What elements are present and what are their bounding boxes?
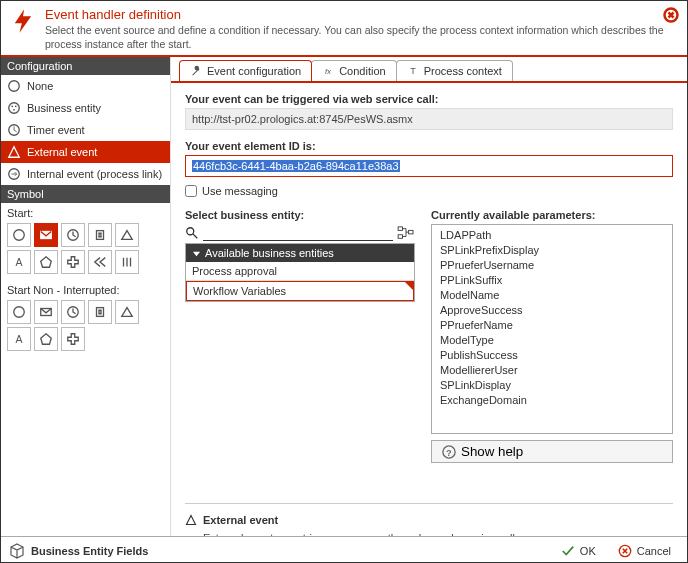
symbol-text-a[interactable]: A [7, 250, 31, 274]
param-item[interactable]: ExchangeDomain [432, 392, 672, 407]
webservice-label: Your event can be triggered via web serv… [185, 93, 673, 105]
use-messaging-checkbox[interactable] [185, 185, 197, 197]
entity-search-input[interactable] [203, 224, 393, 241]
text-icon: T [407, 65, 419, 77]
symbol-document[interactable] [88, 300, 112, 324]
help-title: External event [185, 514, 673, 526]
symbol-rewind[interactable] [88, 250, 112, 274]
help-text: External events can trigger a process th… [185, 532, 673, 536]
param-item[interactable]: PublishSuccess [432, 347, 672, 362]
event-bolt-icon [9, 7, 37, 35]
start-symbol-grid: A [1, 221, 170, 280]
start-label: Start: [1, 203, 170, 221]
param-item[interactable]: ModelliererUser [432, 362, 672, 377]
dialog-description: Select the event source and define a con… [45, 24, 679, 51]
tab-condition[interactable]: fx Condition [311, 60, 396, 81]
symbol-clock[interactable] [61, 223, 85, 247]
param-item[interactable]: SPLinkDisplay [432, 377, 672, 392]
footer-entity-fields[interactable]: Business Entity Fields [31, 545, 148, 557]
svg-rect-21 [398, 227, 402, 231]
svg-text:T: T [410, 66, 416, 76]
parameters-list[interactable]: LDAPPath SPLinkPrefixDisplay PPrueferUse… [431, 224, 673, 434]
symbol-triangle[interactable] [115, 300, 139, 324]
svg-point-5 [13, 109, 15, 111]
svg-text:A: A [15, 333, 22, 345]
config-none[interactable]: None [1, 75, 170, 97]
svg-rect-22 [398, 235, 402, 239]
cancel-icon [618, 544, 632, 558]
tab-label: Process context [424, 65, 502, 77]
symbol-text-a[interactable]: A [7, 327, 31, 351]
configuration-header: Configuration [1, 57, 170, 75]
symbol-circle[interactable] [7, 223, 31, 247]
select-entity-label: Select business entity: [185, 209, 415, 221]
symbol-bars[interactable] [115, 250, 139, 274]
tab-process-context[interactable]: T Process context [396, 60, 513, 81]
param-item[interactable]: LDAPPath [432, 227, 672, 242]
svg-point-4 [15, 106, 17, 108]
close-button[interactable] [663, 7, 679, 23]
config-label: Business entity [27, 102, 101, 114]
noninterrupted-symbol-grid: A [1, 298, 170, 357]
config-external-event[interactable]: External event [1, 141, 170, 163]
entity-item-workflow-variables[interactable]: Workflow Variables [186, 281, 414, 301]
symbol-header: Symbol [1, 185, 170, 203]
config-label: None [27, 80, 53, 92]
param-item[interactable]: PPrueferUsername [432, 257, 672, 272]
param-item[interactable]: SPLinkPrefixDisplay [432, 242, 672, 257]
svg-point-3 [11, 106, 13, 108]
symbol-pentagon[interactable] [34, 250, 58, 274]
wrench-icon [190, 65, 202, 77]
ok-button[interactable]: OK [553, 541, 604, 561]
svg-text:A: A [15, 256, 22, 268]
params-label: Currently available parameters: [431, 209, 673, 221]
svg-text:fx: fx [325, 67, 331, 76]
symbol-document[interactable] [88, 223, 112, 247]
element-id-label: Your event element ID is: [185, 140, 673, 152]
dialog-title: Event handler definition [45, 7, 679, 22]
svg-point-8 [14, 230, 25, 241]
config-timer-event[interactable]: Timer event [1, 119, 170, 141]
fx-icon: fx [322, 65, 334, 77]
svg-text:?: ? [446, 447, 451, 457]
entity-item-process-approval[interactable]: Process approval [186, 262, 414, 281]
entity-tree-icon[interactable] [397, 226, 415, 240]
svg-point-2 [9, 103, 20, 114]
svg-point-1 [9, 81, 20, 92]
element-id-field[interactable]: 446fcb3c-6441-4baa-b2a6-894ca11e38a3 [185, 155, 673, 177]
symbol-plus[interactable] [61, 250, 85, 274]
tab-label: Event configuration [207, 65, 301, 77]
webservice-url-field[interactable]: http://tst-pr02.prologics.at:8745/PesWS.… [185, 108, 673, 130]
config-internal-event[interactable]: Internal event (process link) [1, 163, 170, 185]
param-item[interactable]: PPLinkSuffix [432, 272, 672, 287]
use-messaging-label: Use messaging [202, 185, 278, 197]
svg-point-13 [14, 307, 25, 318]
param-item[interactable]: ModelType [432, 332, 672, 347]
symbol-triangle[interactable] [115, 223, 139, 247]
symbol-plus[interactable] [61, 327, 85, 351]
symbol-envelope[interactable] [34, 300, 58, 324]
svg-rect-23 [409, 230, 413, 234]
config-business-entity[interactable]: Business entity [1, 97, 170, 119]
cube-icon [9, 543, 25, 559]
entities-header[interactable]: Available business entities [186, 244, 414, 262]
param-item[interactable]: PPrueferName [432, 317, 672, 332]
start-noninterrupted-label: Start Non - Interrupted: [1, 280, 170, 298]
help-icon: ? [442, 445, 456, 459]
show-help-button[interactable]: ? Show help [431, 440, 673, 463]
config-label: Internal event (process link) [27, 168, 162, 180]
param-item[interactable]: ApproveSuccess [432, 302, 672, 317]
symbol-clock[interactable] [61, 300, 85, 324]
cancel-button[interactable]: Cancel [610, 541, 679, 561]
search-icon [185, 226, 199, 240]
config-label: Timer event [27, 124, 85, 136]
triangle-icon [185, 514, 197, 526]
symbol-circle[interactable] [7, 300, 31, 324]
svg-point-20 [187, 228, 194, 235]
symbol-pentagon[interactable] [34, 327, 58, 351]
param-item[interactable]: ModelName [432, 287, 672, 302]
tab-label: Condition [339, 65, 385, 77]
check-icon [561, 544, 575, 558]
tab-event-configuration[interactable]: Event configuration [179, 60, 312, 81]
symbol-envelope[interactable] [34, 223, 58, 247]
